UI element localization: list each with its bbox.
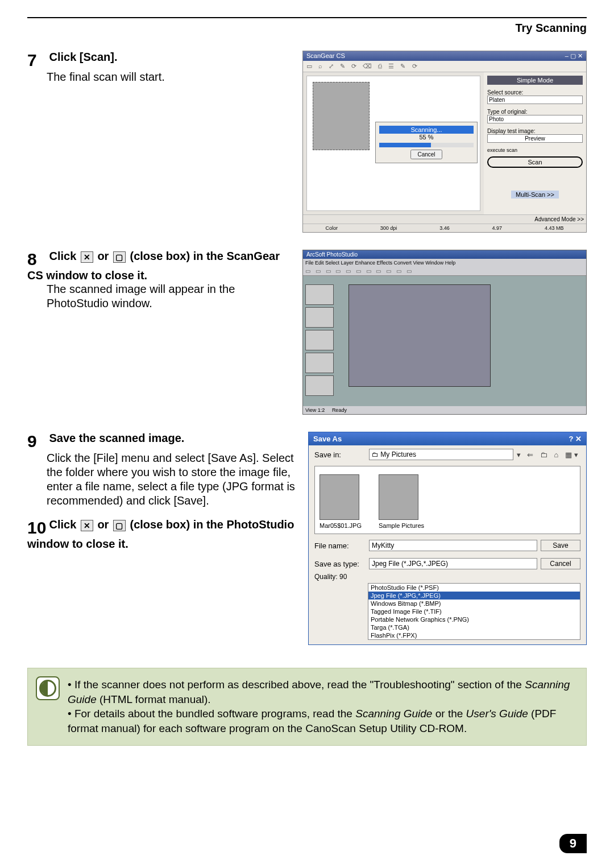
close-box-icon: ▢ (113, 251, 126, 263)
note-bullet2-em2: User's Guide (466, 708, 528, 720)
savein-dropdown[interactable]: 🗀 My Pictures (369, 449, 513, 460)
close-box-icon: ▢ (113, 520, 126, 531)
cancel-button[interactable]: Cancel (541, 558, 580, 569)
filetype-option[interactable]: Tagged Image File (*.TIF) (368, 607, 580, 615)
scangear-title: ScanGear CS (306, 52, 345, 60)
step-number: 7 (27, 51, 47, 70)
note-icon (36, 676, 60, 700)
progress-bar (379, 143, 474, 147)
step-body: The scanned image will appear in the Pho… (47, 282, 291, 311)
folder-thumb[interactable] (379, 474, 418, 520)
page-header: Try Scanning (27, 22, 587, 35)
status-zoom: View 1:2 (305, 407, 325, 413)
file-thumb[interactable] (320, 474, 359, 520)
filetype-option[interactable]: Targa (*.TGA) (368, 623, 580, 631)
display-test-label: Display test image: (487, 128, 583, 134)
savetype-dropdown[interactable]: Jpeg File (*.JPG,*.JPEG) (369, 558, 537, 569)
step-instruction-a: Click (49, 518, 79, 531)
type-original-label: Type of original: (487, 109, 583, 115)
close-x-icon: ✕ (81, 520, 93, 531)
step-number: 9 (27, 432, 47, 451)
quality-label: Quality: 90 (309, 573, 586, 583)
cancel-button[interactable]: Cancel (410, 150, 442, 159)
select-source-label: Select source: (487, 89, 583, 96)
step-number: 8 (27, 250, 47, 269)
execute-scan-label: execute scan (487, 147, 583, 153)
note-bullet2-a: • For details about the bundled software… (68, 708, 355, 720)
advanced-mode-link[interactable]: Advanced Mode >> (303, 214, 586, 224)
step-instruction-b: or (97, 250, 112, 262)
filetype-list[interactable]: PhotoStudio File (*.PSF) Jpeg File (*.JP… (368, 583, 580, 640)
note-bullet1-a: • If the scanner does not perform as des… (68, 679, 525, 691)
step-instruction-b: or (97, 518, 112, 531)
step-7: 7 Click [Scan]. The final scan will star… (27, 51, 587, 233)
file-browser[interactable]: Mar05$01.JPG Sample Pictures (314, 466, 580, 534)
filename-input[interactable] (369, 540, 537, 551)
window-controls[interactable]: – ▢ ✕ (565, 52, 583, 60)
folder-name: Sample Pictures (379, 522, 424, 529)
filetype-option[interactable]: FlashPix (*.FPX) (368, 631, 580, 639)
status-dpi: 300 dpi (380, 225, 397, 231)
photostudio-menu[interactable]: File Edit Select Layer Enhance Effects C… (303, 259, 586, 267)
nav-icons[interactable]: ▾ ⇐ 🗀 ⌂ ▦▾ (517, 450, 580, 459)
photostudio-title: ArcSoft PhotoStudio (303, 250, 586, 259)
progress-percent: 55 % (379, 134, 474, 140)
note-bullet1-b: (HTML format manual). (97, 693, 211, 705)
type-original-dropdown[interactable]: Photo (487, 115, 583, 123)
status-size: 4.43 MB (545, 225, 564, 231)
preview-thumb (313, 82, 370, 150)
step-instruction: Save the scanned image. (49, 432, 184, 444)
note-bullet2-em1: Scanning Guide (355, 708, 432, 720)
close-x-icon: ✕ (81, 251, 93, 263)
step-body: The final scan will start. (47, 70, 291, 84)
savetype-label: Save as type: (314, 560, 366, 568)
step-9-10: 9 Save the scanned image. Click the [Fil… (27, 432, 587, 645)
scangear-window: ScanGear CS – ▢ ✕ ▭ ⌕ ⤢ ✎ ⟳ ⌫ ⎙ ☰ ✎ ⟳ Sc… (302, 51, 587, 233)
dialog-controls[interactable]: ? ✕ (569, 435, 582, 443)
filetype-option-selected[interactable]: Jpeg File (*.JPG,*.JPEG) (368, 592, 580, 600)
mode-label: Simple Mode (487, 76, 583, 85)
multiscan-button[interactable]: Multi-Scan >> (511, 191, 559, 199)
canvas-image (349, 284, 491, 387)
status-width: 3.46 (439, 225, 450, 231)
preview-button[interactable]: Preview (487, 134, 583, 143)
savein-label: Save in: (314, 450, 366, 459)
scan-button[interactable]: Scan (489, 159, 580, 166)
page-number: 9 (559, 834, 587, 853)
note-box: • If the scanner does not perform as des… (27, 668, 587, 746)
save-as-title: Save As (313, 435, 342, 443)
progress-title: Scanning... (379, 126, 474, 134)
progress-dialog: Scanning... 55 % Cancel (375, 122, 478, 163)
save-button[interactable]: Save (541, 540, 580, 551)
status-color: Color (325, 225, 338, 231)
scan-button-highlight: Scan (487, 156, 583, 168)
preview-area: Scanning... 55 % Cancel (306, 76, 480, 211)
save-as-dialog: Save As ? ✕ Save in: 🗀 My Pictures ▾ ⇐ 🗀… (308, 432, 587, 645)
step-8: 8 Click ✕ or ▢ (close box) in the ScanGe… (27, 250, 587, 415)
status-height: 4.97 (492, 225, 503, 231)
select-source-dropdown[interactable]: Platen (487, 96, 583, 104)
step-instruction: Click [Scan]. (49, 51, 117, 63)
file-name: Mar05$01.JPG (320, 522, 362, 529)
scangear-toolbar[interactable]: ▭ ⌕ ⤢ ✎ ⟳ ⌫ ⎙ ☰ ✎ ⟳ (303, 61, 586, 72)
filetype-option[interactable]: PhotoStudio File (*.PSF) (368, 584, 580, 592)
photostudio-window: ArcSoft PhotoStudio File Edit Select Lay… (302, 250, 587, 415)
header-rule (27, 17, 587, 18)
thumbnail-strip[interactable] (305, 284, 339, 398)
filename-label: File name: (314, 542, 366, 550)
photostudio-toolbar[interactable]: ▭ ▭ ▭ ▭ ▭ ▭ ▭ ▭ ▭ ▭ ▭ (303, 267, 586, 276)
status-bar: Color 300 dpi 3.46 4.97 4.43 MB (303, 224, 586, 232)
filetype-option[interactable]: Portable Network Graphics (*.PNG) (368, 615, 580, 623)
step-number: 10 (27, 518, 47, 538)
savein-value: My Pictures (380, 450, 416, 458)
status-ready: Ready (332, 407, 347, 413)
filetype-option[interactable]: Windows Bitmap (*.BMP) (368, 600, 580, 607)
note-bullet2-b: or the (432, 708, 466, 720)
step-body: Click the [File] menu and select [Save A… (47, 451, 297, 508)
step-instruction-a: Click (49, 250, 79, 262)
